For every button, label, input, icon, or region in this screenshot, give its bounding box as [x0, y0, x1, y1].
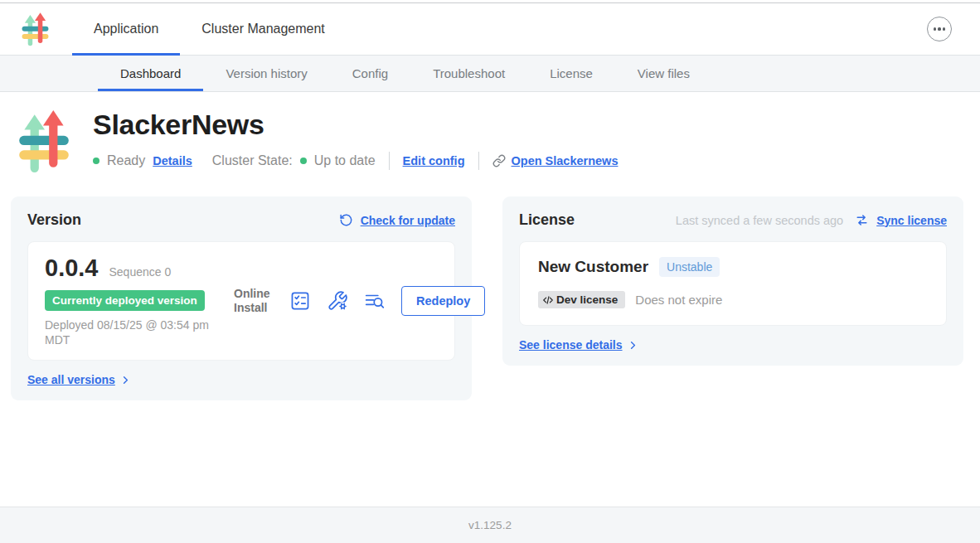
see-all-versions-link[interactable]: See all versions [27, 373, 115, 386]
cluster-state-value: Up to date [314, 153, 376, 168]
subnav-version-history[interactable]: Version history [203, 56, 329, 91]
app-status-text: Ready [107, 153, 145, 168]
cluster-state-label: Cluster State: [212, 153, 293, 168]
chain-link-icon [492, 154, 506, 167]
see-license-details-link[interactable]: See license details [519, 338, 623, 351]
check-for-update-link[interactable]: Check for update [361, 214, 455, 227]
edit-config-button[interactable] [327, 290, 348, 312]
ellipsis-icon [934, 27, 946, 30]
app-header: SlackerNews Ready Details Cluster State:… [0, 92, 980, 173]
page-title: SlackerNews [93, 109, 618, 141]
license-card: License Last synced a few seconds ago Sy… [502, 196, 963, 366]
app-status-row: Ready Details Cluster State: Up to date … [93, 152, 618, 170]
refresh-icon [339, 213, 353, 227]
divider [389, 152, 390, 170]
subnav-troubleshoot[interactable]: Troubleshoot [410, 56, 527, 91]
sync-arrows-icon [855, 213, 869, 227]
sequence-label: Sequence 0 [109, 265, 172, 279]
chevron-right-icon [120, 375, 131, 385]
top-navbar: Application Cluster Management [0, 3, 980, 56]
sync-license-link[interactable]: Sync license [876, 214, 947, 227]
preflight-checks-button[interactable] [289, 290, 311, 312]
install-type-label: Online Install [234, 287, 274, 316]
chevron-right-icon [628, 340, 638, 351]
code-icon [542, 294, 554, 306]
dashboard-cards: Version Check for update 0.0.4 Sequence … [0, 173, 980, 400]
tab-application[interactable]: Application [72, 3, 180, 55]
app-logo-large [18, 110, 70, 173]
tab-cluster-management[interactable]: Cluster Management [180, 3, 347, 55]
console-version: v1.125.2 [468, 519, 512, 531]
open-app-link[interactable]: Open Slackernews [492, 154, 619, 167]
license-card-title: License [519, 211, 575, 229]
app-sub-navbar: Dashboard Version history Config Trouble… [0, 56, 980, 92]
license-type-badge: Dev license [538, 291, 625, 308]
app-status-dot [93, 158, 99, 164]
subnav-dashboard[interactable]: Dashboard [98, 56, 203, 91]
last-synced-text: Last synced a few seconds ago [676, 214, 843, 227]
deployed-status-badge: Currently deployed version [45, 290, 205, 311]
cluster-state-dot [300, 158, 307, 164]
deployed-timestamp: Deployed 08/15/25 @ 03:54 pm MDT [45, 318, 223, 347]
wrench-gear-icon [327, 290, 348, 312]
subnav-view-files[interactable]: View files [615, 56, 712, 91]
version-card-title: Version [27, 211, 81, 229]
view-deploy-logs-button[interactable] [364, 290, 386, 312]
open-app-link-label: Open Slackernews [512, 154, 619, 167]
version-number: 0.0.4 [45, 255, 99, 282]
edit-config-link[interactable]: Edit config [403, 154, 465, 167]
expiration-text: Does not expire [635, 293, 722, 307]
list-search-icon [364, 290, 386, 312]
slackernews-logo-icon [18, 110, 70, 173]
license-details-panel: New Customer Unstable Dev license Does n… [519, 241, 947, 326]
checklist-icon [289, 290, 311, 312]
redeploy-button[interactable]: Redeploy [401, 286, 485, 316]
divider [478, 152, 479, 170]
status-details-link[interactable]: Details [153, 154, 192, 167]
slackernews-logo-icon [22, 12, 49, 46]
channel-badge: Unstable [659, 257, 720, 277]
version-card: Version Check for update 0.0.4 Sequence … [11, 196, 472, 400]
footer: v1.125.2 [0, 507, 980, 543]
license-type-label: Dev license [556, 293, 618, 306]
app-logo-small [22, 12, 49, 46]
current-version-panel: 0.0.4 Sequence 0 Currently deployed vers… [27, 241, 455, 361]
subnav-config[interactable]: Config [330, 56, 410, 91]
more-options-button[interactable] [927, 17, 952, 41]
customer-name: New Customer [538, 258, 648, 276]
subnav-license[interactable]: License [527, 56, 615, 91]
